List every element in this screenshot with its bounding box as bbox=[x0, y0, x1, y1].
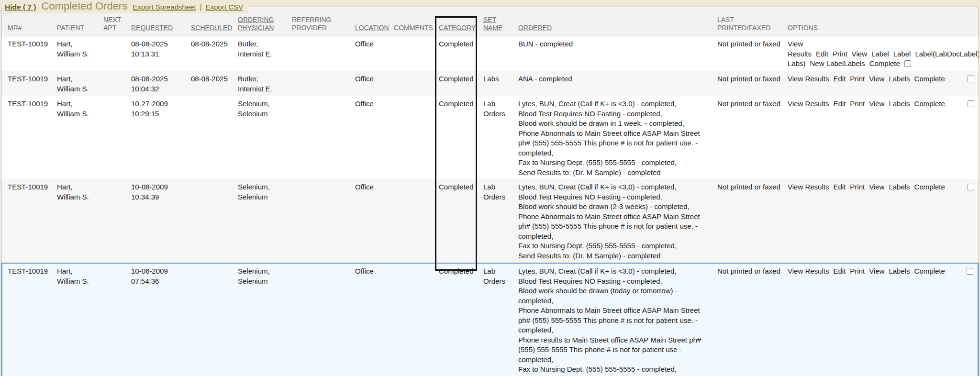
option-link-print[interactable]: Print bbox=[850, 75, 865, 83]
col-header-set-name[interactable]: SET NAME bbox=[483, 16, 518, 36]
cell-patient: Hart, William S. bbox=[57, 179, 103, 204]
col-header-ordered[interactable]: ORDERED bbox=[518, 24, 717, 36]
ordered-item: Fax to Nursing Dept. (555) 555-5555 - co… bbox=[518, 241, 702, 251]
ordered-item: Blood Test Requires NO Fasting - complet… bbox=[518, 109, 702, 119]
col-header-scheduled[interactable]: SCHEDULED bbox=[191, 24, 238, 36]
option-link-edit[interactable]: Edit bbox=[833, 100, 846, 108]
cell-ordered: Lytes, BUN, Creat (Call if K+ is <3.0) -… bbox=[518, 179, 717, 263]
complete-checkbox[interactable] bbox=[968, 184, 974, 190]
option-link-labels[interactable]: Labels bbox=[889, 267, 910, 275]
cell-comments bbox=[394, 96, 439, 101]
cell-referring-provider bbox=[292, 179, 355, 184]
col-header-ordering-physician[interactable]: ORDERING PHYSICIAN bbox=[238, 16, 292, 36]
cell-scheduled: 08-08-2025 bbox=[191, 71, 238, 86]
option-link-label-labdoclabel-[interactable]: Label(LabDocLabel) bbox=[915, 50, 979, 58]
option-link-view-results[interactable]: View Results bbox=[788, 267, 829, 275]
option-link-complete[interactable]: Complete bbox=[869, 59, 900, 67]
cell-next-apt bbox=[103, 36, 131, 41]
cell-comments bbox=[394, 71, 439, 76]
complete-checkbox[interactable] bbox=[904, 60, 911, 67]
cell-referring-provider bbox=[292, 96, 355, 101]
option-link-view-results[interactable]: View Results bbox=[788, 183, 829, 191]
ordered-item: Blood work should be drawn in 1 week. - … bbox=[518, 119, 702, 129]
cell-requested: 10-06-2009 07:54:36 bbox=[131, 264, 191, 288]
cell-location: Office bbox=[355, 179, 394, 194]
cell-ordering-physician: Butler, Internist E. bbox=[238, 36, 292, 61]
col-header-options: OPTIONS bbox=[788, 24, 979, 36]
ordered-item: Fax to Nursing Dept. (555) 555-5555 - co… bbox=[518, 158, 702, 168]
option-link-complete[interactable]: Complete bbox=[914, 75, 945, 83]
option-link-print[interactable]: Print bbox=[850, 267, 865, 275]
cell-mr: TEST-10019 bbox=[8, 179, 57, 194]
cell-next-apt bbox=[103, 71, 131, 76]
option-link-new-label[interactable]: New Label bbox=[810, 59, 844, 67]
ordered-item: Send Results to: Patient - completed bbox=[518, 375, 702, 376]
cell-ordered: Lytes, BUN, Creat (Call if K+ is <3.0) -… bbox=[518, 96, 717, 179]
cell-last-printed-faxed: Not printed or faxed bbox=[717, 264, 788, 278]
option-link-edit[interactable]: Edit bbox=[833, 267, 846, 275]
cell-options: View ResultsEditPrintViewLabelsComplete bbox=[788, 96, 979, 111]
option-link-complete[interactable]: Complete bbox=[914, 267, 945, 275]
cell-scheduled bbox=[191, 96, 238, 101]
option-link-complete[interactable]: Complete bbox=[914, 100, 945, 108]
option-link-view-results[interactable]: View Results bbox=[788, 75, 829, 83]
option-link-view-results[interactable]: View Results bbox=[788, 100, 829, 108]
export-csv-link[interactable]: Export CSV bbox=[206, 3, 243, 11]
col-header-requested[interactable]: REQUESTED bbox=[131, 24, 191, 36]
cell-location: Office bbox=[355, 36, 394, 51]
option-link-view[interactable]: View bbox=[869, 183, 884, 191]
option-link-complete[interactable]: Complete bbox=[914, 183, 945, 191]
ordered-item: Blood work should be drawn (today or tom… bbox=[518, 286, 702, 306]
option-link-print[interactable]: Print bbox=[833, 50, 847, 58]
order-row: TEST-10019Hart, William S.08-08-2025 10:… bbox=[1, 71, 979, 96]
cell-category: Completed bbox=[439, 179, 483, 194]
ordered-item: Blood work should be drawn (2-3 weeks) -… bbox=[518, 202, 702, 212]
option-link-view-results[interactable]: View Results bbox=[788, 40, 812, 58]
option-link-labels[interactable]: Labels bbox=[889, 183, 910, 191]
hide-toggle-link[interactable]: Hide ( 7 ) bbox=[5, 3, 36, 11]
col-header-location[interactable]: LOCATION bbox=[355, 24, 394, 36]
complete-checkbox[interactable] bbox=[968, 100, 974, 107]
cell-options: View ResultsEditPrintViewLabelsComplete bbox=[788, 179, 979, 194]
option-link-labels[interactable]: Labels bbox=[844, 59, 865, 67]
option-link-edit[interactable]: Edit bbox=[833, 183, 846, 191]
option-link-view[interactable]: View bbox=[852, 50, 867, 58]
option-link-labels[interactable]: Labels bbox=[889, 100, 910, 108]
export-spreadsheet-link[interactable]: Export Spreadsheet bbox=[133, 3, 196, 11]
order-row: TEST-10019Hart, William S.08-08-2025 10:… bbox=[1, 36, 979, 71]
option-link-labels[interactable]: Labels bbox=[889, 75, 910, 83]
complete-checkbox[interactable] bbox=[967, 268, 973, 275]
ordered-item: ANA - completed bbox=[518, 74, 702, 84]
cell-category: Completed bbox=[439, 264, 483, 278]
col-header-referring-provider: REFERRING PROVIDER bbox=[292, 16, 355, 36]
ordered-item: Phone results to Main Street office ASAP… bbox=[518, 335, 702, 365]
option-link-print[interactable]: Print bbox=[850, 100, 865, 108]
option-link-edit[interactable]: Edit bbox=[833, 75, 846, 83]
cell-options: View ResultsEditPrintViewLabelsComplete bbox=[788, 71, 979, 86]
ordered-item: Lytes, BUN, Creat (Call if K+ is <3.0) -… bbox=[518, 182, 702, 192]
col-header-patient: PATIENT bbox=[57, 24, 103, 36]
panel-title: Completed Orders bbox=[41, 0, 127, 12]
cell-options: View ResultsEditPrintViewLabelLabelLabel… bbox=[788, 36, 979, 71]
cell-patient: Hart, William S. bbox=[57, 36, 103, 61]
option-link-view[interactable]: View bbox=[869, 100, 884, 108]
option-link-edit[interactable]: Edit bbox=[816, 50, 828, 58]
complete-checkbox[interactable] bbox=[968, 76, 974, 82]
panel-legend: Hide ( 7 ) Completed Orders Export Sprea… bbox=[2, 0, 248, 13]
cell-ordering-physician: Selenium, Selenium bbox=[238, 96, 292, 121]
option-link-print[interactable]: Print bbox=[850, 183, 865, 191]
ordered-item: Fax to Nursing Dept. (555) 555-5555 - co… bbox=[518, 365, 702, 375]
option-link-view[interactable]: View bbox=[869, 75, 884, 83]
cell-last-printed-faxed: Not printed or faxed bbox=[717, 36, 788, 51]
col-header-category[interactable]: CATEGORY bbox=[439, 24, 483, 36]
cell-requested: 08-08-2025 10:04:32 bbox=[131, 71, 191, 96]
completed-orders-panel: MR#PATIENTNEXT APTREQUESTEDSCHEDULEDORDE… bbox=[1, 7, 979, 376]
option-link-label[interactable]: Label bbox=[871, 50, 889, 58]
option-link-view[interactable]: View bbox=[869, 267, 884, 275]
cell-set-name: Lab Orders bbox=[483, 179, 518, 204]
cell-patient: Hart, William S. bbox=[57, 71, 103, 96]
ordered-item: Phone Abnormals to Main Street office AS… bbox=[518, 129, 702, 158]
cell-requested: 10-27-2009 10:29:15 bbox=[131, 96, 191, 121]
cell-location: Office bbox=[355, 96, 394, 111]
option-link-label[interactable]: Label bbox=[893, 50, 911, 58]
